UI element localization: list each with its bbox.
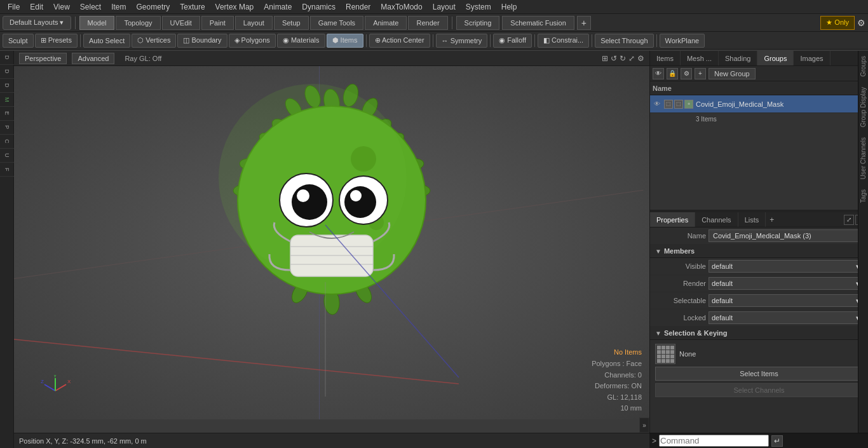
presets-button[interactable]: ⊞ Presets	[35, 34, 78, 48]
rp-tab-shading[interactable]: Shading	[719, 51, 757, 65]
viewport-icon-1[interactable]: ⊞	[602, 54, 608, 63]
character-model	[217, 83, 446, 350]
mode-setup[interactable]: Setup	[274, 16, 309, 30]
select-channels-button[interactable]: Select Channels	[655, 383, 863, 397]
viewport-tab-perspective[interactable]: Perspective	[19, 53, 67, 64]
falloff-button[interactable]: ◉ Falloff	[493, 34, 532, 48]
rp-tab-images[interactable]: Images	[794, 51, 830, 65]
viewport-icon-4[interactable]: ⤢	[628, 54, 635, 63]
gear-button[interactable]: ⚙	[857, 18, 865, 28]
rvtab-groups[interactable]: Groups	[859, 51, 867, 82]
viewport[interactable]: Perspective Advanced Ray GL: Off ⊞ ↺ ↻ ⤢…	[14, 51, 649, 419]
locked-dropdown[interactable]: default ▾	[709, 311, 863, 324]
menu-geometry[interactable]: Geometry	[132, 1, 175, 13]
left-tab-1[interactable]: D	[0, 65, 14, 79]
mode-gametools[interactable]: Game Tools	[310, 16, 364, 30]
new-group-button[interactable]: New Group	[709, 68, 756, 79]
mode-render[interactable]: Render	[408, 16, 447, 30]
schematic-fusion-tab[interactable]: Schematic Fusion	[502, 16, 574, 30]
mode-model[interactable]: Model	[79, 16, 115, 30]
separator-9	[656, 34, 657, 47]
rp-tab-items[interactable]: Items	[650, 51, 681, 65]
selectable-dropdown[interactable]: default ▾	[709, 294, 863, 307]
sel-pattern-icon[interactable]	[655, 344, 675, 364]
name-input[interactable]	[709, 229, 863, 242]
visible-dropdown[interactable]: default ▾	[709, 260, 863, 273]
menu-maxtomodo[interactable]: MaxToModo	[376, 1, 427, 13]
mode-layout[interactable]: Layout	[235, 16, 273, 30]
left-tab-0[interactable]: D	[0, 51, 14, 65]
materials-button[interactable]: ◉ Materials	[277, 34, 325, 48]
viewport-tab-advanced[interactable]: Advanced	[72, 53, 114, 64]
workplane-button[interactable]: WorkPlane	[660, 34, 705, 48]
menu-vertex-map[interactable]: Vertex Map	[210, 1, 259, 13]
eye-btn[interactable]: 👁	[653, 68, 664, 79]
left-tab-2[interactable]: D	[0, 79, 14, 93]
menu-edit[interactable]: Edit	[25, 1, 48, 13]
command-input[interactable]	[659, 435, 769, 447]
sculpt-button[interactable]: Sculpt	[3, 34, 34, 48]
left-tab-6[interactable]: C	[0, 135, 14, 149]
prop-tab-lists[interactable]: Lists	[738, 212, 766, 227]
dot-13	[657, 359, 661, 363]
viewport-icon-2[interactable]: ↺	[611, 54, 617, 63]
scripting-tab[interactable]: Scripting	[456, 16, 500, 30]
menu-layout[interactable]: Layout	[428, 1, 461, 13]
render-dropdown[interactable]: default ▾	[709, 277, 863, 290]
prop-tab-properties[interactable]: Properties	[650, 212, 695, 227]
left-tab-3[interactable]: M	[0, 93, 14, 107]
menu-select[interactable]: Select	[75, 1, 106, 13]
props-expand-btn[interactable]: ⤢	[844, 215, 854, 225]
menu-system[interactable]: System	[461, 1, 496, 13]
symmetry-button[interactable]: ↔ Symmetry	[436, 34, 488, 48]
groups-list[interactable]: 👁 ⬚ ⬚ + Covid_Emoji_Medical_Mask (3) 3 I…	[650, 95, 868, 210]
menu-dynamics[interactable]: Dynamics	[297, 1, 341, 13]
rvtab-group-display[interactable]: Group Display	[859, 82, 867, 132]
layout-select[interactable]: Default Layouts ▾	[3, 16, 71, 30]
menu-file[interactable]: File	[3, 1, 25, 13]
menu-texture[interactable]: Texture	[175, 1, 210, 13]
left-tab-5[interactable]: P	[0, 121, 14, 135]
sel-keying-section[interactable]: ▼ Selection & Keying	[650, 327, 868, 340]
boundary-button[interactable]: ◫ Boundary	[177, 34, 227, 48]
plus-group-btn[interactable]: +	[695, 68, 706, 79]
menu-render[interactable]: Render	[341, 1, 376, 13]
rvtab-tags[interactable]: Tags	[859, 184, 867, 208]
members-section[interactable]: ▼ Members	[650, 245, 868, 258]
left-tab-8[interactable]: F	[0, 163, 14, 177]
rp-tab-mesh[interactable]: Mesh ...	[681, 51, 719, 65]
prop-tab-channels[interactable]: Channels	[695, 212, 738, 227]
mode-animate[interactable]: Animate	[365, 16, 407, 30]
auto-select-button[interactable]: Auto Select	[83, 34, 130, 48]
command-submit-button[interactable]: ↵	[771, 435, 783, 447]
add-prop-tab-button[interactable]: +	[766, 214, 778, 226]
menu-animate[interactable]: Animate	[259, 1, 297, 13]
constraints-button[interactable]: ◧ Constrai...	[538, 34, 589, 48]
viewport-icon-3[interactable]: ↻	[620, 54, 626, 63]
select-items-button[interactable]: Select Items	[655, 367, 863, 381]
star-button[interactable]: ★ Only	[820, 16, 855, 30]
viewport-expand-button[interactable]: »	[639, 417, 649, 433]
viewport-canvas[interactable]: X Z Y No Items Polygons : Face Channels:…	[14, 66, 649, 419]
mode-topology[interactable]: Topology	[116, 16, 160, 30]
left-tab-7[interactable]: U	[0, 149, 14, 163]
rvtab-user-channels[interactable]: User Channels	[859, 132, 867, 184]
vertices-button[interactable]: ⬡ Vertices	[132, 34, 176, 48]
select-through-button[interactable]: Select Through	[595, 34, 653, 48]
action-center-button[interactable]: ⊕ Action Center	[369, 34, 430, 48]
menu-help[interactable]: Help	[496, 1, 522, 13]
settings-btn[interactable]: ⚙	[681, 68, 692, 79]
items-button[interactable]: ⬢ Items	[327, 34, 363, 48]
menu-item[interactable]: Item	[106, 1, 131, 13]
mode-paint[interactable]: Paint	[201, 16, 234, 30]
polygons-button[interactable]: ◈ Polygons	[229, 34, 276, 48]
add-workspace-button[interactable]: +	[577, 16, 591, 30]
dot-3	[666, 346, 670, 350]
mode-uvedit[interactable]: UVEdit	[162, 16, 200, 30]
viewport-icon-5[interactable]: ⚙	[637, 54, 644, 63]
menu-view[interactable]: View	[48, 1, 75, 13]
lock-btn[interactable]: 🔒	[667, 68, 678, 79]
rp-tab-groups[interactable]: Groups	[757, 51, 794, 65]
group-list-item[interactable]: 👁 ⬚ ⬚ + Covid_Emoji_Medical_Mask (3)	[650, 95, 868, 113]
left-tab-4[interactable]: E	[0, 107, 14, 121]
